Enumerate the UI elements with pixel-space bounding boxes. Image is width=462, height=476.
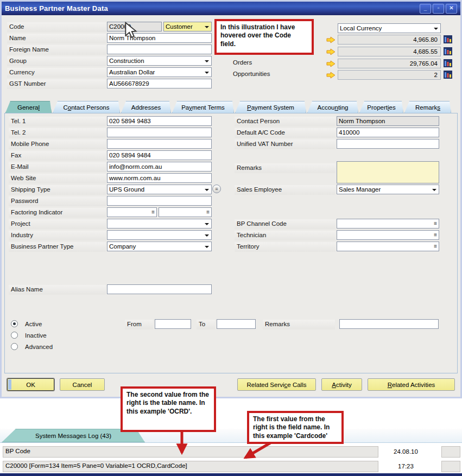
chevron-down-icon xyxy=(432,189,436,191)
factoring-indicator-field-2[interactable]: ≡ xyxy=(159,207,212,217)
default-ac-code-field[interactable]: 410000 xyxy=(337,128,439,137)
email-field[interactable]: info@norm.com.au xyxy=(107,162,212,172)
maximize-icon[interactable]: ▫ xyxy=(433,4,444,14)
sales-employee-label: Sales Employee xyxy=(235,185,336,195)
ok-button-accent xyxy=(8,379,11,390)
fax-field[interactable]: 020 5894 9484 xyxy=(107,150,212,160)
choose-from-list-icon[interactable]: ≡ xyxy=(434,220,437,227)
currency-combo[interactable]: Australian Dollar xyxy=(107,67,212,77)
chevron-down-icon xyxy=(205,189,209,191)
status-extra-field-1 xyxy=(441,446,460,458)
advanced-radio-label: Advanced xyxy=(23,342,55,352)
shipping-type-combo[interactable]: UPS Ground xyxy=(107,185,212,194)
close-icon[interactable]: ✕ xyxy=(446,4,457,14)
currency-label: Currency xyxy=(7,68,106,78)
link-arrow-icon[interactable] xyxy=(326,36,336,43)
active-radio[interactable] xyxy=(11,320,18,327)
bp-master-data-window: Business Partner Master Data _ ▫ ✕ Code … xyxy=(0,0,462,398)
link-list-icon[interactable]: ≡ xyxy=(212,185,221,193)
bp-type-combo[interactable]: Customer xyxy=(163,22,212,31)
alias-name-label: Alias Name xyxy=(9,285,106,295)
technician-field[interactable]: ≡ xyxy=(337,230,439,240)
activity-button[interactable]: Activity xyxy=(321,378,362,391)
chart-icon[interactable] xyxy=(443,35,453,44)
status-date: 24.08.10 xyxy=(383,448,429,455)
to-field[interactable] xyxy=(217,319,256,329)
balance-field: 4,965.80 xyxy=(338,35,441,45)
mobile-field[interactable] xyxy=(107,139,212,149)
chart-icon[interactable] xyxy=(443,70,453,79)
group-label: Group xyxy=(7,56,106,66)
foreign-name-field[interactable] xyxy=(107,45,212,54)
tab-general[interactable]: General xyxy=(5,101,52,113)
tel2-label: Tel. 2 xyxy=(9,128,106,138)
password-field[interactable] xyxy=(107,196,212,206)
screen: Business Partner Master Data _ ▫ ✕ Code … xyxy=(0,0,462,476)
link-arrow-icon[interactable] xyxy=(326,60,336,67)
inactive-radio-label: Inactive xyxy=(23,331,49,341)
to-label: To xyxy=(197,320,215,329)
related-activities-button[interactable]: Related Activities xyxy=(368,378,455,391)
bp-channel-code-field[interactable]: ≡ xyxy=(337,219,439,229)
tab-payment-system[interactable]: Payment System xyxy=(235,101,306,113)
orders-field: 29,765.04 xyxy=(338,59,441,68)
from-field[interactable] xyxy=(155,319,191,329)
factoring-indicator-field-1[interactable]: ≡ xyxy=(107,207,157,217)
tab-properties[interactable]: Properties xyxy=(359,101,403,113)
choose-from-list-icon[interactable]: ≡ xyxy=(434,232,437,238)
gst-field[interactable]: AU566678929 xyxy=(107,79,212,88)
sales-employee-combo[interactable]: Sales Manager xyxy=(337,185,439,194)
ok-button[interactable]: OK xyxy=(7,378,54,391)
tab-payment-terms[interactable]: Payment Terms xyxy=(172,101,234,113)
alias-name-field[interactable] xyxy=(107,284,212,294)
cancel-button[interactable]: Cancel xyxy=(60,378,105,391)
tab-remarks[interactable]: Remarks xyxy=(404,101,451,113)
project-label: Project xyxy=(9,219,106,229)
tab-accounting[interactable]: Accounting xyxy=(307,101,358,113)
group-combo[interactable]: Construction xyxy=(107,56,212,66)
minimize-icon[interactable]: _ xyxy=(420,4,431,14)
territory-label: Territory xyxy=(235,242,336,252)
status-field-technical-info: C20000 [Form=134 Item=5 Pane=0 Variable=… xyxy=(3,461,378,472)
inactive-radio[interactable] xyxy=(11,332,18,339)
choose-from-list-icon[interactable]: ≡ xyxy=(151,209,155,215)
related-service-calls-button[interactable]: Related Service Calls xyxy=(237,378,316,391)
industry-label: Industry xyxy=(9,231,106,240)
window-frame-bottom xyxy=(0,397,462,398)
tel1-field[interactable]: 020 5894 9483 xyxy=(107,116,212,126)
choose-from-list-icon[interactable]: ≡ xyxy=(206,209,210,215)
tab-contact-persons[interactable]: Contact Persons xyxy=(53,101,120,113)
from-label: From xyxy=(125,320,153,329)
default-ac-code-label: Default A/C Code xyxy=(235,128,336,138)
project-combo[interactable] xyxy=(107,219,212,229)
range-remarks-label: Remarks xyxy=(263,320,335,329)
business-partner-type-combo[interactable]: Company xyxy=(107,242,212,251)
deliveries-field: 4,685.55 xyxy=(338,47,441,56)
active-radio-label: Active xyxy=(23,320,44,329)
chart-icon[interactable] xyxy=(443,59,453,68)
territory-field[interactable]: ≡ xyxy=(337,242,439,251)
opportunities-field: 2 xyxy=(338,70,441,80)
hover-annotation: In this illustration I have hovered over… xyxy=(214,19,314,55)
link-arrow-icon[interactable] xyxy=(326,48,336,55)
email-label: E-Mail xyxy=(9,162,106,172)
choose-from-list-icon[interactable]: ≡ xyxy=(434,243,437,250)
chevron-down-icon xyxy=(205,234,209,237)
chart-icon[interactable] xyxy=(443,47,453,56)
website-field[interactable]: www.norm.com.au xyxy=(107,173,212,183)
tab-addresses[interactable]: Addresses xyxy=(121,101,171,113)
field-name-annotation: The first value from the right is the fi… xyxy=(247,411,344,444)
contact-person-field[interactable]: Norm Thompson xyxy=(337,116,439,126)
advanced-radio[interactable] xyxy=(11,343,18,350)
range-remarks-field[interactable] xyxy=(339,319,439,329)
foreign-name-label: Foreign Name xyxy=(7,45,106,55)
remarks-field[interactable] xyxy=(337,161,439,183)
link-arrow-icon[interactable] xyxy=(326,72,336,79)
tel2-field[interactable] xyxy=(107,128,212,137)
table-name-annotation: The second value from the right is the t… xyxy=(121,386,216,432)
industry-combo[interactable] xyxy=(107,230,212,240)
display-currency-combo[interactable]: Local Currency xyxy=(338,23,441,33)
chevron-down-icon xyxy=(205,223,209,225)
title-bar[interactable]: Business Partner Master Data _ ▫ ✕ xyxy=(2,2,460,15)
unified-vat-field[interactable] xyxy=(337,139,439,149)
